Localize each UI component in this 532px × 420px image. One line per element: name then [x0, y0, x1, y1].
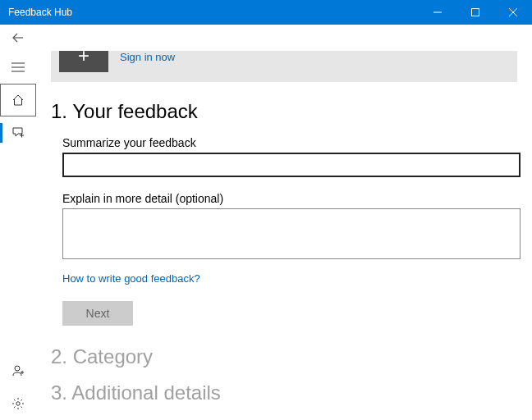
back-arrow-icon	[11, 30, 25, 45]
close-button[interactable]	[494, 0, 532, 25]
maximize-button[interactable]	[456, 0, 494, 25]
hamburger-button[interactable]	[0, 51, 36, 84]
next-button[interactable]: Next	[62, 301, 133, 326]
sidebar-item-profile[interactable]	[0, 354, 36, 387]
avatar-placeholder[interactable]: +	[59, 51, 108, 72]
back-button[interactable]	[0, 25, 36, 51]
minimize-icon	[433, 8, 442, 16]
home-icon	[11, 94, 25, 107]
window-title: Feedback Hub	[8, 7, 72, 18]
feedback-icon	[11, 126, 25, 139]
person-icon	[11, 364, 25, 377]
detail-label: Explain in more detail (optional)	[62, 192, 517, 205]
signin-link[interactable]: Sign in now	[120, 51, 175, 63]
svg-point-10	[15, 366, 20, 371]
minimize-button[interactable]	[419, 0, 456, 25]
gear-icon	[11, 397, 25, 410]
summary-label: Summarize your feedback	[62, 136, 517, 149]
help-link[interactable]: How to write good feedback?	[62, 272, 517, 285]
main-content: + Sign in now 1. Your feedback Summarize…	[36, 51, 532, 420]
svg-point-13	[16, 402, 20, 405]
summary-input[interactable]	[62, 153, 521, 177]
sidebar-item-feedback[interactable]	[0, 116, 36, 149]
signin-banner: + Sign in now	[51, 51, 517, 82]
step2-title: 2. Category	[51, 345, 517, 368]
sidebar	[0, 51, 36, 420]
sidebar-item-settings[interactable]	[0, 387, 36, 420]
window-controls	[419, 0, 532, 25]
hamburger-icon	[11, 62, 25, 72]
detail-textarea[interactable]	[62, 208, 521, 259]
sidebar-item-home[interactable]	[0, 84, 36, 116]
step3-title: 3. Additional details	[51, 381, 517, 404]
close-icon	[509, 8, 517, 16]
plus-icon: +	[78, 51, 89, 67]
svg-rect-1	[472, 9, 479, 16]
step1-title: 1. Your feedback	[51, 100, 517, 123]
titlebar: Feedback Hub	[0, 0, 532, 25]
maximize-icon	[471, 8, 479, 16]
topbar	[0, 25, 532, 51]
